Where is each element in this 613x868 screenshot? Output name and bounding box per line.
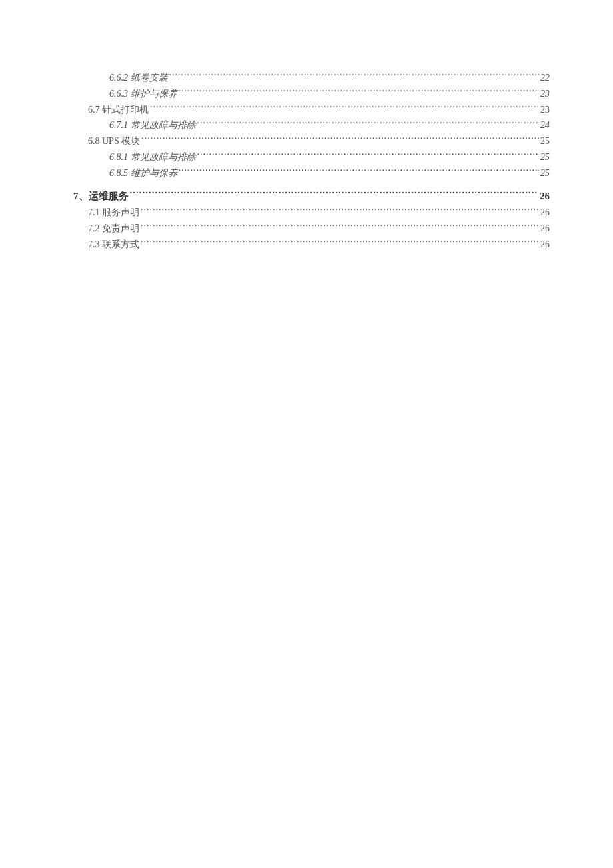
toc-leader-dots <box>141 238 539 247</box>
toc-leader-dots <box>169 71 540 81</box>
table-of-contents: 6.6.2 纸卷安装226.6.3 维护与保养236.7 针式打印机236.7.… <box>67 70 550 252</box>
toc-leader-dots <box>197 119 540 128</box>
toc-label: 6.6.2 纸卷安装 <box>109 70 168 86</box>
toc-label: 6.7.1 常见故障与排除 <box>109 117 196 133</box>
toc-page-number: 22 <box>540 70 550 86</box>
toc-page-number: 26 <box>540 221 550 237</box>
toc-page-number: 25 <box>540 133 550 149</box>
toc-page-number: 23 <box>540 86 550 102</box>
toc-leader-dots <box>141 135 539 144</box>
toc-page-number: 25 <box>540 149 550 165</box>
toc-entry: 6.8.1 常见故障与排除25 <box>67 149 550 165</box>
toc-page-number: 26 <box>540 237 550 253</box>
toc-page-number: 25 <box>540 165 550 181</box>
toc-page-number: 26 <box>540 188 550 205</box>
toc-entry: 6.8 UPS 模块25 <box>67 133 550 149</box>
toc-label: 6.7 针式打印机 <box>88 102 149 118</box>
toc-leader-dots <box>179 167 540 176</box>
toc-leader-dots <box>150 103 539 113</box>
toc-page-number: 23 <box>540 102 550 118</box>
toc-entry: 7、运维服务26 <box>67 188 550 205</box>
toc-entry: 7.2 免责声明26 <box>67 221 550 237</box>
toc-label: 6.8.1 常见故障与排除 <box>109 149 196 165</box>
toc-page-number: 24 <box>540 117 550 133</box>
toc-entry: 6.6.3 维护与保养23 <box>67 86 550 102</box>
toc-label: 7、运维服务 <box>73 188 129 205</box>
toc-label: 6.8.5 维护与保养 <box>109 165 177 181</box>
toc-label: 6.8 UPS 模块 <box>88 133 140 149</box>
toc-leader-dots <box>141 206 539 215</box>
toc-leader-dots <box>197 151 540 160</box>
toc-entry: 7.1 服务声明26 <box>67 205 550 221</box>
toc-label: 7.3 联系方式 <box>88 237 139 253</box>
toc-page-number: 26 <box>540 205 550 221</box>
toc-leader-dots <box>130 189 539 199</box>
toc-entry: 7.3 联系方式26 <box>67 237 550 253</box>
toc-entry: 6.8.5 维护与保养25 <box>67 165 550 181</box>
toc-leader-dots <box>179 87 540 97</box>
toc-entry: 6.6.2 纸卷安装22 <box>67 70 550 86</box>
toc-entry: 6.7 针式打印机23 <box>67 102 550 118</box>
toc-entry: 6.7.1 常见故障与排除24 <box>67 117 550 133</box>
toc-label: 7.2 免责声明 <box>88 221 139 237</box>
toc-label: 7.1 服务声明 <box>88 205 139 221</box>
toc-label: 6.6.3 维护与保养 <box>109 86 177 102</box>
toc-leader-dots <box>141 222 539 231</box>
